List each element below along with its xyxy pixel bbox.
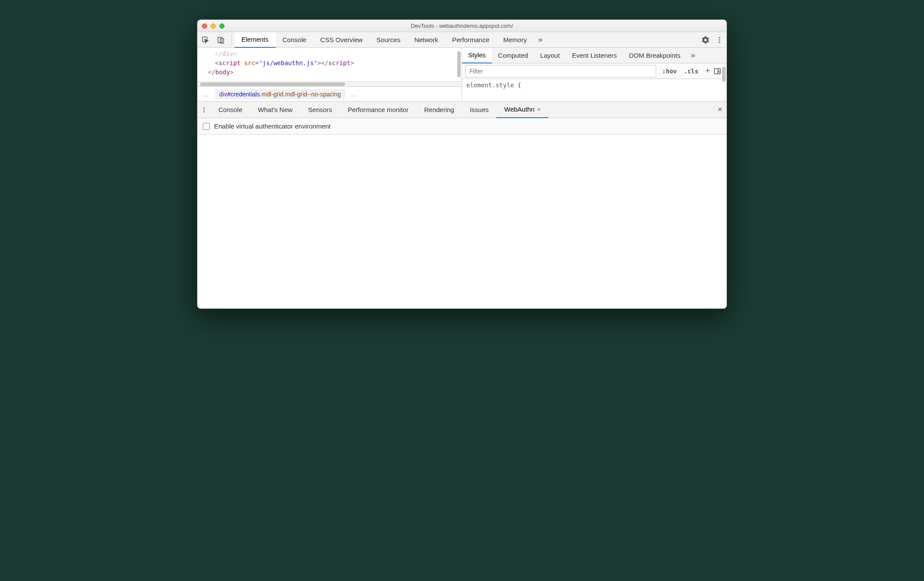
element-style-block[interactable]: element.style { [462,79,726,91]
tab-network[interactable]: Network [407,32,445,48]
divider [231,35,232,45]
svg-point-9 [204,109,205,110]
tab-css-overview[interactable]: CSS Overview [314,32,370,48]
empty-area [198,135,726,308]
new-style-rule-icon[interactable]: + [702,66,713,76]
code-frag: script [218,59,241,66]
main-tabs-overflow[interactable]: » [534,35,547,44]
close-window-button[interactable] [202,23,207,29]
webauthn-panel: Enable virtual authenticator environment [198,118,726,135]
code-frag: > [230,69,234,76]
device-toolbar-icon[interactable] [213,32,229,48]
svg-point-3 [719,37,720,38]
breadcrumb-ellipsis-right[interactable]: … [345,91,363,98]
drawer-kebab-icon[interactable] [198,106,211,113]
drawer-tab-issues[interactable]: Issues [462,102,496,118]
code-frag: =" [255,59,263,66]
inspect-element-icon[interactable] [198,32,213,48]
drawer-tab-rendering[interactable]: Rendering [416,102,462,118]
styles-filter-input[interactable] [465,65,656,77]
breadcrumb-ellipsis-left[interactable]: … [198,91,215,98]
window-titlebar: DevTools - webauthndemo.appspot.com/ [198,20,726,32]
code-frag: "> [314,59,321,66]
code-frag: js/webauthn.js [263,59,314,66]
drawer-tab-sensors[interactable]: Sensors [300,102,340,118]
code-frag: > [233,50,237,57]
vertical-scrollbar[interactable] [722,67,726,82]
drawer-tab-performance-monitor[interactable]: Performance monitor [340,102,416,118]
close-icon[interactable]: × [537,106,541,113]
main-tabs-list: Elements Console CSS Overview Sources Ne… [234,32,534,48]
breadcrumb-current[interactable]: div#credentials.mdl-grid.mdl-grid--no-sp… [215,89,345,99]
tab-computed[interactable]: Computed [492,48,534,63]
svg-point-5 [719,41,720,43]
dom-breadcrumb: … div#credentials.mdl-grid.mdl-grid--no-… [198,86,462,101]
styles-sidebar-pane: Styles Computed Layout Event Listeners D… [462,48,726,101]
elements-split-row: </div> <script src="js/webauthn.js"></sc… [198,48,726,102]
tab-dom-breakpoints[interactable]: DOM Breakpoints [623,48,686,63]
tab-memory[interactable]: Memory [496,32,534,48]
tab-styles[interactable]: Styles [462,48,492,63]
drawer-tabs: Console What's New Sensors Performance m… [198,102,726,118]
main-panel-tabs: Elements Console CSS Overview Sources Ne… [198,32,726,48]
enable-virtual-auth-row: Enable virtual authenticator environment [198,118,726,134]
kebab-menu-icon[interactable] [713,36,726,44]
drawer-tab-whats-new[interactable]: What's New [250,102,300,118]
traffic-lights [202,23,224,29]
tab-performance[interactable]: Performance [445,32,496,48]
styles-tabs: Styles Computed Layout Event Listeners D… [462,48,726,63]
tab-elements[interactable]: Elements [234,32,276,48]
tab-layout[interactable]: Layout [534,48,566,63]
dom-tree-pane[interactable]: </div> <script src="js/webauthn.js"></sc… [198,48,462,101]
tab-event-listeners[interactable]: Event Listeners [566,48,623,63]
horizontal-scrollbar[interactable] [198,81,462,86]
hov-toggle[interactable]: :hov [659,68,680,75]
enable-virtual-auth-checkbox[interactable] [203,123,210,130]
styles-filter-row: :hov .cls + [462,63,726,79]
code-frag: </ [208,69,215,76]
svg-point-4 [719,39,720,40]
dom-code: </div> <script src="js/webauthn.js"></sc… [198,48,462,81]
window-title: DevTools - webauthndemo.appspot.com/ [198,23,726,29]
code-frag: script [328,59,350,66]
enable-virtual-auth-label: Enable virtual authenticator environment [214,122,331,130]
vertical-scrollbar[interactable] [457,51,461,77]
drawer-tab-webauthn[interactable]: WebAuthn× [496,102,548,118]
minimize-window-button[interactable] [211,23,216,29]
tab-sources[interactable]: Sources [370,32,407,48]
code-frag: </ [215,50,222,57]
svg-point-8 [204,107,205,109]
styles-tabs-overflow[interactable]: » [686,51,700,60]
code-frag: div [222,50,233,57]
computed-panel-toggle-icon[interactable] [713,67,723,75]
code-frag: src [241,59,255,66]
devtools-window: DevTools - webauthndemo.appspot.com/ Ele… [197,20,727,309]
settings-gear-icon[interactable] [699,36,713,44]
zoom-window-button[interactable] [219,23,224,29]
scrollbar-thumb[interactable] [200,83,345,86]
code-frag: > [350,59,354,66]
cls-toggle[interactable]: .cls [680,68,702,75]
code-frag: body [215,69,230,76]
drawer-close-icon[interactable]: × [713,105,726,114]
tab-console[interactable]: Console [276,32,314,48]
svg-point-10 [204,111,205,112]
code-frag: </ [321,59,328,66]
drawer-tab-console[interactable]: Console [211,102,250,118]
svg-rect-6 [714,69,720,74]
